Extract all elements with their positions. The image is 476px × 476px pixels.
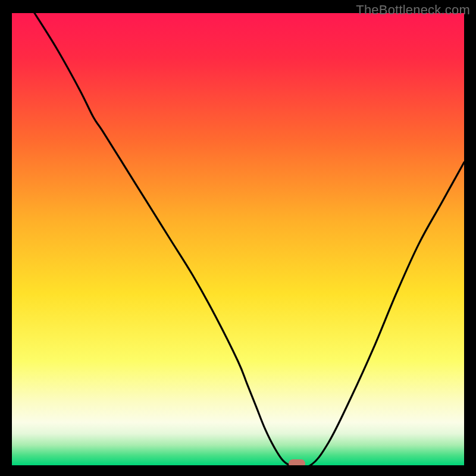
chart-plot-area [12, 13, 464, 465]
chart-svg [12, 13, 464, 465]
watermark-text: TheBottleneck.com [356, 2, 470, 18]
chart-background [12, 13, 464, 465]
chart-frame: TheBottleneck.com [0, 0, 476, 476]
optimal-point-marker [289, 459, 305, 465]
